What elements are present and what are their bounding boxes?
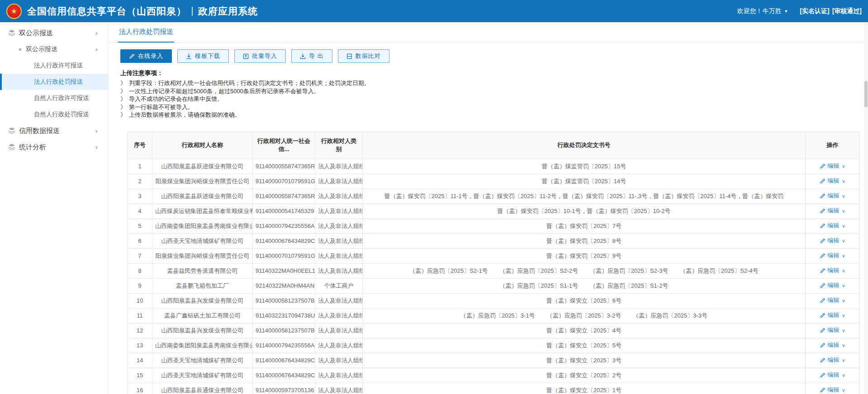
code-cell: 91140000581237507B — [253, 323, 315, 338]
content-panel: 在线录入模板下载批量导入导 出数据比对 上传注意事项： 》判重字段：行政相对人统… — [109, 43, 868, 394]
chevron-down-icon: ∨ — [842, 238, 845, 243]
edit-dropdown-button[interactable]: 编辑∨ — [820, 386, 845, 394]
edit-label: 编辑 — [827, 207, 839, 215]
export-icon — [300, 53, 306, 59]
type-cell: 法人及非法人组织 — [315, 263, 363, 278]
pencil-icon — [129, 53, 135, 59]
edit-dropdown-button[interactable]: 编辑∨ — [820, 177, 845, 185]
doc-cell: 晋（盂）煤安立〔2025〕1号 — [363, 383, 806, 394]
sidebar-item-label: 统计分析 — [19, 143, 46, 152]
table-row: 15山西圣天宝地清城煤矿有限公司91140000676434829C法人及非法人… — [128, 368, 860, 383]
sidebar-item-3-active[interactable]: 法人行政处罚报送 — [0, 74, 108, 90]
note-text: 上传后数据将被展示，请确保数据的准确。 — [129, 111, 241, 119]
doc-cell: （盂）应急罚〔2025〕S1-1号 （盂）应急罚〔2025〕S1-2号 — [363, 278, 806, 293]
toolbar-button-1[interactable]: 模板下载 — [177, 49, 229, 63]
edit-label: 编辑 — [827, 177, 839, 185]
doc-cell: 晋（盂）煤安罚〔2025〕9号 — [363, 248, 806, 263]
chevron-down-icon: ∨ — [95, 145, 98, 150]
toolbar-button-4[interactable]: 数据比对 — [338, 49, 389, 63]
type-cell: 法人及非法人组织 — [315, 353, 363, 368]
sidebar-item-7-link[interactable]: 统计分析∨ — [0, 139, 108, 155]
action-cell: 编辑∨ — [806, 368, 860, 383]
doc-cell: 晋（盂）煤安罚〔2025〕10-1号，晋（盂）煤安罚〔2025〕10-2号 — [363, 204, 806, 218]
edit-dropdown-button[interactable]: 编辑∨ — [820, 311, 845, 319]
table-row: 13山西南娄集团阳泉盂县秀南煤业有限公司91140000794235556A法人… — [128, 338, 860, 353]
square-bullet-icon — [19, 48, 21, 51]
pencil-icon — [820, 357, 825, 363]
user-menu[interactable]: 欢迎您！牛万胜 ▼ — [737, 7, 788, 15]
page: ★ 全国信用信息共享平台（山西阳泉） 政府应用系统 欢迎您！牛万胜 ▼ [实名认… — [0, 0, 868, 394]
scrollbar-thumb[interactable] — [864, 81, 868, 107]
sidebar-item-6-link[interactable]: 信用数据报送∨ — [0, 123, 108, 139]
column-header-3: 行政相对人类别 — [315, 132, 363, 159]
code-cell: 91140000701079591G — [253, 174, 315, 189]
pencil-icon — [820, 387, 825, 393]
edit-dropdown-button[interactable]: 编辑∨ — [820, 341, 845, 349]
edit-dropdown-button[interactable]: 编辑∨ — [820, 252, 845, 260]
edit-dropdown-button[interactable]: 编辑∨ — [820, 296, 845, 304]
edit-dropdown-button[interactable]: 编辑∨ — [820, 222, 845, 230]
type-cell: 法人及非法人组织 — [315, 308, 363, 323]
doc-cell: 晋（盂）煤监管罚〔2025〕15号 — [363, 159, 806, 174]
edit-dropdown-button[interactable]: 编辑∨ — [820, 192, 845, 200]
pencil-icon — [820, 178, 825, 184]
sidebar-item-4-link[interactable]: 自然人行政许可报送 — [0, 90, 108, 106]
toolbar-button-0[interactable]: 在线录入 — [120, 49, 172, 63]
edit-dropdown-button[interactable]: 编辑∨ — [820, 356, 845, 364]
toolbar-button-3[interactable]: 导 出 — [291, 49, 332, 63]
action-cell: 编辑∨ — [806, 233, 860, 248]
name-cell: 山西圣天宝地清城煤矿有限公司 — [152, 368, 253, 383]
system-title: 政府应用系统 — [198, 5, 258, 18]
seq-cell: 14 — [128, 353, 152, 368]
code-cell: 91140000794235556A — [253, 338, 315, 353]
edit-dropdown-button[interactable]: 编辑∨ — [820, 207, 845, 215]
code-cell: 91140000794235556A — [253, 218, 315, 233]
toolbar-button-label: 模板下载 — [195, 52, 220, 60]
sidebar-item-5-link[interactable]: 自然人行政处罚报送 — [0, 106, 108, 123]
table-row: 8盂县益民劳务派遣有限公司91140322MA0H0EEL1H法人及非法人组织（… — [128, 263, 860, 278]
name-cell: 山西阳泉盂县兴发煤业有限公司 — [152, 323, 253, 338]
chevron-down-icon: ∨ — [842, 343, 845, 348]
edit-dropdown-button[interactable]: 编辑∨ — [820, 371, 845, 379]
column-header-0: 序号 — [128, 132, 152, 159]
edit-dropdown-button[interactable]: 编辑∨ — [820, 326, 845, 334]
edit-dropdown-button[interactable]: 编辑∨ — [820, 237, 845, 245]
note-text: 导入不成功的记录会在结果中反馈。 — [129, 95, 223, 103]
chevron-down-icon: ∨ — [842, 328, 845, 333]
table-row: 11盂县广鑫铝矾土加工有限公司91140322317094738U法人及非法人组… — [128, 308, 860, 323]
sidebar-item-1-link[interactable]: 双公示报送∧ — [0, 41, 108, 57]
upload-note-line-0: 》判重字段：行政相对人统一社会信用代码；行政处罚决定文书号；处罚机关；处罚决定日… — [120, 79, 868, 87]
edit-label: 编辑 — [827, 237, 839, 245]
column-header-1: 行政相对人名称 — [152, 132, 253, 159]
chevron-down-icon: ∨ — [842, 373, 845, 378]
audit-passed-badge[interactable]: [审核通过] — [832, 7, 862, 15]
toolbar-button-2[interactable]: 批量导入 — [234, 49, 286, 63]
upload-note-line-3: 》第一行标题不可被导入。 — [120, 103, 868, 111]
code-cell: 911400000541745329 — [253, 204, 315, 218]
tab-legal-person-penalty[interactable]: 法人行政处罚报送 — [118, 28, 174, 43]
edit-label: 编辑 — [827, 192, 839, 200]
action-cell: 编辑∨ — [806, 323, 860, 338]
table-row: 7阳泉煤业集团兴峪煤业有限责任公司91140000701079591G法人及非法… — [128, 248, 860, 263]
type-cell: 法人及非法人组织 — [315, 323, 363, 338]
edit-label: 编辑 — [827, 266, 839, 275]
upload-notes: 上传注意事项： 》判重字段：行政相对人统一社会信用代码；行政处罚决定文书号；处罚… — [120, 69, 868, 119]
national-emblem-icon: ★ — [6, 4, 22, 19]
code-cell: 91140000558747365R — [253, 189, 315, 204]
sidebar-item-0-link[interactable]: 双公示报送∧ — [0, 25, 108, 41]
welcome-text: 欢迎您！牛万胜 — [737, 7, 781, 15]
seq-cell: 3 — [128, 189, 152, 204]
note-text: 第一行标题不可被导入。 — [129, 103, 194, 111]
vertical-scrollbar — [864, 22, 868, 394]
edit-dropdown-button[interactable]: 编辑∨ — [820, 281, 845, 290]
upload-note-line-4: 》上传后数据将被展示，请确保数据的准确。 — [120, 111, 868, 119]
sidebar-item-label: 自然人行政许可报送 — [34, 94, 89, 102]
table-row: 6山西圣天宝地清城煤矿有限公司91140000676434829C法人及非法人组… — [128, 233, 860, 248]
code-cell: 91140000701079591G — [253, 248, 315, 263]
realname-auth-badge[interactable]: [实名认证] — [800, 7, 829, 15]
edit-dropdown-button[interactable]: 编辑∨ — [820, 266, 845, 275]
edit-dropdown-button[interactable]: 编辑∨ — [820, 162, 845, 170]
note-bullet: 》 — [120, 79, 126, 87]
sidebar-item-2-link[interactable]: 法人行政许可报送 — [0, 57, 108, 74]
seq-cell: 6 — [128, 233, 152, 248]
